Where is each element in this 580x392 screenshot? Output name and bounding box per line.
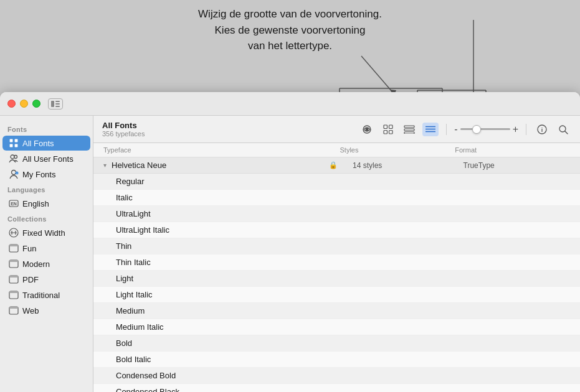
sidebar-item-traditional[interactable]: Traditional <box>2 287 90 302</box>
list-item[interactable]: Italic <box>93 190 580 206</box>
list-view-button[interactable] <box>401 123 417 136</box>
list-item[interactable]: Thin Italic <box>93 254 580 271</box>
size-slider-container: - + <box>454 124 518 135</box>
svg-rect-14 <box>9 139 13 142</box>
slider-plus-button[interactable]: + <box>513 124 518 135</box>
pdf-label: PDF <box>22 275 39 284</box>
preview-size-slider[interactable] <box>460 128 510 130</box>
font-list[interactable]: ▾ Helvetica Neue 🔒 14 styles TrueType Re… <box>93 157 580 392</box>
list-item[interactable]: UltraLight Italic <box>93 222 580 238</box>
traffic-lights <box>7 100 40 108</box>
column-headers: Typeface Styles Format <box>93 143 580 157</box>
font-format: TrueType <box>464 161 571 170</box>
svg-rect-15 <box>14 139 18 142</box>
sidebar-item-all-user-fonts[interactable]: All User Fonts <box>2 151 90 166</box>
english-icon: EN <box>9 198 19 208</box>
fullscreen-button[interactable] <box>32 100 40 108</box>
sidebar-toggle-button[interactable] <box>48 98 63 110</box>
font-family-name: Helvetica Neue <box>112 161 325 170</box>
search-button[interactable] <box>555 123 571 136</box>
list-item[interactable]: Light <box>93 271 580 287</box>
all-fonts-icon <box>9 138 19 148</box>
sidebar-item-pdf[interactable]: PDF <box>2 272 90 287</box>
languages-section-label: Languages <box>0 182 93 195</box>
fixed-width-label: Fixed Width <box>22 228 65 238</box>
close-button[interactable] <box>7 100 16 108</box>
svg-rect-42 <box>404 126 414 128</box>
annotation-line1: Wijzig de grootte van de voorvertoning. <box>198 6 382 22</box>
list-item[interactable]: Condensed Black <box>93 384 580 392</box>
svg-line-51 <box>565 131 568 134</box>
modern-icon <box>9 259 19 269</box>
sidebar: Fonts All Fonts <box>0 116 93 392</box>
svg-text:EN: EN <box>11 202 17 206</box>
annotation-area: Wijzig de grootte van de voorvertoning. … <box>0 0 580 96</box>
format-header: Format <box>455 146 570 154</box>
list-item[interactable]: Bold <box>93 335 580 352</box>
svg-rect-11 <box>55 101 60 102</box>
pdf-icon <box>9 274 19 284</box>
fun-label: Fun <box>22 244 36 253</box>
list-item[interactable]: Thin <box>93 238 580 254</box>
annotation-line2: Kies de gewenste voorvertoning van het l… <box>215 22 366 54</box>
grid-view-button[interactable] <box>380 123 396 136</box>
preview-view-button[interactable] <box>359 123 375 136</box>
sidebar-item-modern[interactable]: Modern <box>2 256 90 271</box>
all-fonts-label: All Fonts <box>22 139 54 148</box>
modern-label: Modern <box>22 259 50 269</box>
svg-rect-40 <box>384 130 387 134</box>
info-button[interactable]: i <box>534 123 550 136</box>
font-family-helvetica[interactable]: ▾ Helvetica Neue 🔒 14 styles TrueType <box>93 157 580 174</box>
fun-icon <box>9 243 19 253</box>
list-item[interactable]: Bold Italic <box>93 352 580 368</box>
traditional-label: Traditional <box>22 291 60 300</box>
font-styles-count: 14 styles <box>346 161 460 170</box>
svg-rect-35 <box>9 307 18 309</box>
svg-rect-27 <box>9 245 18 246</box>
sidebar-item-english[interactable]: EN English <box>2 196 90 211</box>
svg-rect-17 <box>14 144 18 147</box>
my-fonts-icon: i <box>9 169 19 179</box>
svg-rect-38 <box>384 125 387 129</box>
svg-rect-39 <box>389 125 393 129</box>
list-item[interactable]: Medium <box>93 303 580 319</box>
english-label: English <box>22 199 49 208</box>
minimize-button[interactable] <box>20 100 28 108</box>
all-user-fonts-label: All User Fonts <box>22 154 74 164</box>
sidebar-item-fun[interactable]: Fun <box>2 241 90 256</box>
svg-point-37 <box>366 128 369 131</box>
all-user-fonts-icon <box>9 154 19 164</box>
sidebar-item-fixed-width[interactable]: Fixed Width <box>2 225 90 240</box>
sidebar-item-my-fonts[interactable]: i My Fonts <box>2 167 90 182</box>
slider-minus-button[interactable]: - <box>454 124 457 135</box>
styles-header: Styles <box>334 146 455 154</box>
font-panel-title: All Fonts <box>102 121 145 130</box>
traditional-icon <box>9 290 19 300</box>
sidebar-item-web[interactable]: Web <box>2 303 90 318</box>
typeface-header: Typeface <box>103 146 334 154</box>
sidebar-item-all-fonts[interactable]: All Fonts <box>2 136 90 151</box>
fonts-section-label: Fonts <box>0 122 93 135</box>
list-item[interactable]: Regular <box>93 174 580 190</box>
svg-point-20 <box>12 170 16 175</box>
list-item[interactable]: Condensed Bold <box>93 368 580 384</box>
list-item[interactable]: Medium Italic <box>93 319 580 335</box>
svg-rect-12 <box>55 103 60 105</box>
app-window: Fonts All Fonts <box>0 92 580 392</box>
svg-text:i: i <box>541 127 543 133</box>
toolbar-actions: - + i <box>359 123 571 136</box>
svg-text:i: i <box>16 172 17 176</box>
chevron-down-icon: ▾ <box>103 162 107 169</box>
svg-rect-41 <box>389 130 393 134</box>
font-title-area: All Fonts 356 typefaces <box>102 121 145 138</box>
title-bar <box>0 92 580 116</box>
lines-view-button[interactable] <box>422 123 439 136</box>
svg-rect-44 <box>404 132 414 134</box>
web-icon <box>9 306 19 315</box>
toolbar-divider2 <box>526 124 526 135</box>
svg-rect-31 <box>9 276 18 278</box>
list-item[interactable]: Light Italic <box>93 287 580 303</box>
my-fonts-label: My Fonts <box>22 170 55 179</box>
list-item[interactable]: UltraLight <box>93 206 580 222</box>
svg-rect-43 <box>404 129 414 131</box>
